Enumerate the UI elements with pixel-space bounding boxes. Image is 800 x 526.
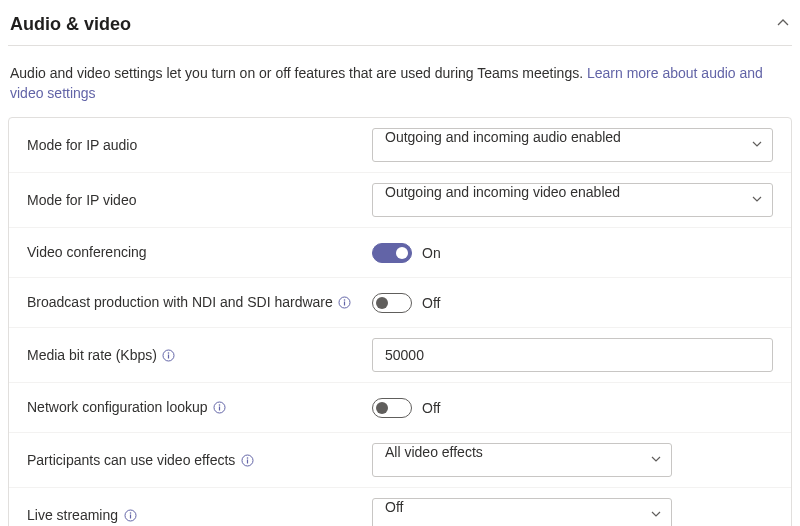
row-live-streaming: Live streaming Off [9,488,791,526]
row-video-conferencing: Video conferencing On [9,228,791,278]
label-broadcast: Broadcast production with NDI and SDI ha… [27,293,333,312]
toggle-state-label: Off [422,295,440,311]
toggle-broadcast[interactable] [372,293,412,313]
row-network-lookup: Network configuration lookup Off [9,383,791,433]
section-title: Audio & video [10,14,131,35]
label-live-streaming: Live streaming [27,506,118,525]
info-icon[interactable] [240,453,254,467]
label-media-bit-rate: Media bit rate (Kbps) [27,346,157,365]
label-network-lookup: Network configuration lookup [27,398,208,417]
row-media-bit-rate: Media bit rate (Kbps) [9,328,791,383]
svg-rect-2 [344,302,345,306]
svg-rect-5 [168,354,169,358]
info-icon[interactable] [162,348,176,362]
select-live-streaming[interactable]: Off [372,498,672,526]
svg-point-13 [129,512,131,514]
description-text: Audio and video settings let you turn on… [10,65,587,81]
toggle-network-lookup[interactable] [372,398,412,418]
info-icon[interactable] [213,401,227,415]
info-icon[interactable] [338,296,352,310]
svg-rect-11 [247,459,248,463]
settings-panel: Mode for IP audio Outgoing and incoming … [8,117,792,526]
collapse-chevron-icon[interactable] [776,16,790,33]
svg-point-4 [168,352,170,354]
input-media-bit-rate[interactable] [372,338,773,372]
toggle-state-label: Off [422,400,440,416]
label-ip-video: Mode for IP video [27,191,372,210]
select-ip-video[interactable]: Outgoing and incoming video enabled [372,183,773,217]
svg-point-1 [344,299,346,301]
svg-rect-8 [219,407,220,411]
row-broadcast: Broadcast production with NDI and SDI ha… [9,278,791,328]
svg-point-7 [219,404,221,406]
svg-point-10 [247,457,249,459]
toggle-state-label: On [422,245,441,261]
info-icon[interactable] [123,508,137,522]
row-ip-audio: Mode for IP audio Outgoing and incoming … [9,118,791,173]
section-description: Audio and video settings let you turn on… [8,46,792,117]
label-video-conferencing: Video conferencing [27,243,372,262]
select-video-effects[interactable]: All video effects [372,443,672,477]
select-ip-audio[interactable]: Outgoing and incoming audio enabled [372,128,773,162]
label-video-effects: Participants can use video effects [27,451,235,470]
section-header: Audio & video [8,8,792,46]
toggle-video-conferencing[interactable] [372,243,412,263]
row-ip-video: Mode for IP video Outgoing and incoming … [9,173,791,228]
svg-rect-14 [129,514,130,518]
row-video-effects: Participants can use video effects All v… [9,433,791,488]
label-ip-audio: Mode for IP audio [27,136,372,155]
